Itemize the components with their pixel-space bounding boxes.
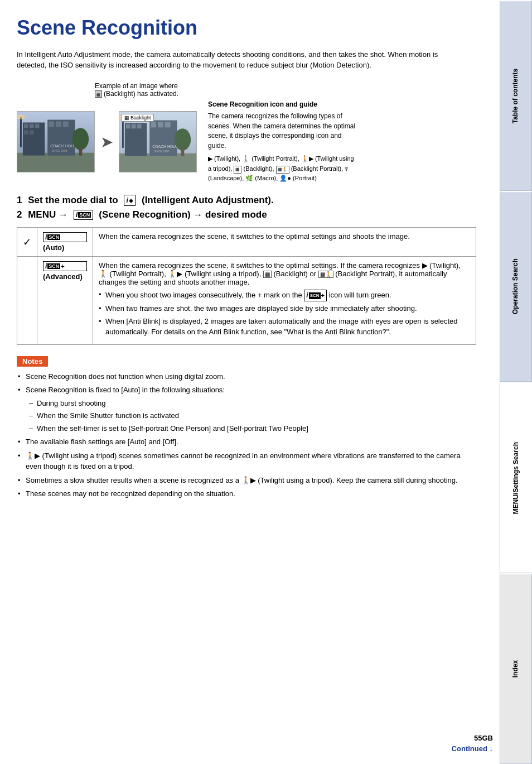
page-title: Scene Recognition (17, 17, 476, 39)
note-2-text: Scene Recognition is fixed to [Auto] in … (26, 386, 225, 394)
list-item: 🚶▶ (Twilight using a tripod) scenes some… (17, 450, 476, 472)
sidebar-tab-menu-label: MENU/Settings Search (512, 441, 521, 513)
list-item: When two frames are shot, the two images… (99, 304, 470, 314)
svg-rect-30 (122, 118, 124, 148)
icon-col-2: iSCN+ (Advanced) (37, 257, 93, 345)
backlight-icon-small: ▦ (95, 90, 102, 98)
svg-rect-1 (17, 153, 94, 172)
svg-rect-5 (35, 124, 40, 128)
step-1-line: 1 Set the mode dial to i● (Intelligent A… (17, 195, 476, 206)
desc-col-2: When the camera recognizes the scene, it… (93, 257, 476, 345)
list-item: Scene Recognition is fixed to [Auto] in … (17, 385, 476, 434)
sidebar-tab-operation[interactable]: Operation Search (500, 191, 532, 382)
svg-text:SINCE 1995: SINCE 1995 (154, 150, 170, 153)
example-label: Example of an image where ▦ (Backlight) … (95, 82, 178, 98)
svg-point-32 (175, 128, 191, 150)
backlight-badge-icon: ▦ (124, 115, 129, 121)
table-row: iSCN+ (Advanced) When the camera recogni… (17, 257, 476, 345)
svg-rect-27 (165, 122, 171, 128)
step-2-end: (Scene Recognition) → desired mode (99, 209, 267, 220)
main-content: Scene Recognition In Intelligent Auto Ad… (0, 0, 499, 519)
note-6-text: These scenes may not be recognized depen… (26, 489, 235, 498)
scene-icons-line: ▶ (Twilight), 🚶 (Twilight Portrait), 🚶▶ … (208, 154, 359, 184)
note-3-text: The available flash settings are [Auto] … (26, 438, 178, 446)
notes-section: Notes Scene Recognition does not functio… (17, 356, 476, 499)
sidebar-tab-index[interactable]: Index (500, 573, 532, 764)
sidebar-tab-menu[interactable]: MENU/Settings Search (500, 382, 532, 573)
notes-badge: Notes (17, 356, 48, 367)
check-mark-1: ✓ (23, 237, 31, 248)
steps-section: 1 Set the mode dial to i● (Intelligent A… (17, 195, 476, 220)
list-item: When the Smile Shutter function is activ… (26, 410, 476, 421)
iscn-icon: iSCN (74, 210, 93, 220)
page-number: 55GB (474, 734, 493, 742)
svg-rect-33 (181, 148, 184, 156)
sidebar-tab-toc-label: Table of contents (511, 68, 520, 123)
auto-icon-badge: iSCN (43, 232, 87, 242)
arrow-icon: ➤ (100, 133, 113, 151)
list-item: When the self-timer is set to [Self-port… (26, 423, 476, 434)
list-item: These scenes may not be recognized depen… (17, 488, 476, 499)
list-item: The available flash settings are [Auto] … (17, 436, 476, 448)
backlight-badge: ▦ Backlight (122, 114, 154, 122)
note-4-text: 🚶▶ (Twilight using a tripod) scenes some… (26, 451, 461, 471)
before-image: COACH HOUSE SINCE 1995 (17, 111, 95, 172)
svg-rect-14 (20, 117, 22, 147)
step-1-text: Set the mode dial to (25, 195, 120, 206)
notes-sub-list: During burst shooting When the Smile Shu… (26, 398, 476, 434)
advanced-bullets: When you shoot two images consecutively,… (99, 290, 470, 338)
svg-rect-4 (30, 124, 34, 128)
step-2-number: 2 (17, 209, 22, 220)
svg-rect-23 (137, 124, 142, 129)
note-5-text: Sometimes a slow shutter results when a … (26, 476, 458, 484)
settings-table: ✓ iSCN (Auto) When the camera recognizes… (17, 227, 476, 345)
svg-rect-22 (132, 124, 136, 129)
advanced-label: (Advanced) (43, 272, 87, 281)
note-1-text: Scene Recognition does not function when… (26, 372, 225, 381)
desc-col-1: When the camera recognizes the scene, it… (93, 228, 476, 257)
footer-area: 55GB Continued ↓ (452, 734, 493, 753)
ia-icon: i● (124, 195, 136, 206)
list-item: Sometimes a slow shutter results when a … (17, 475, 476, 486)
advanced-main-desc: When the camera recognizes the scene, it… (99, 261, 470, 286)
step-1-number: 1 (17, 195, 22, 206)
list-item: Scene Recognition does not function when… (17, 371, 476, 382)
svg-text:SINCE 1995: SINCE 1995 (52, 150, 67, 152)
sidebar-tab-operation-label: Operation Search (511, 259, 520, 315)
list-item: During burst shooting (26, 398, 476, 409)
step-1-end: (Intelligent Auto Adjustment). (139, 195, 273, 206)
check-col-2 (17, 257, 37, 345)
auto-description: When the camera recognizes the scene, it… (99, 232, 410, 241)
svg-point-16 (72, 128, 89, 150)
mode-name-auto: iSCN (Auto) (43, 232, 87, 252)
intro-text: In Intelligent Auto Adjustment mode, the… (17, 49, 452, 71)
svg-rect-21 (126, 124, 130, 129)
example-section: Example of an image where ▦ (Backlight) … (17, 82, 476, 184)
images-row: COACH HOUSE SINCE 1995 ➤ (17, 100, 359, 184)
backlight-badge-text: Backlight (130, 115, 151, 121)
svg-rect-6 (24, 130, 28, 134)
continued-text: Continued ↓ (452, 744, 493, 753)
sidebar-tab-index-label: Index (511, 660, 520, 677)
svg-rect-9 (49, 122, 54, 127)
svg-rect-11 (63, 122, 69, 127)
svg-rect-19 (119, 153, 196, 172)
sidebar-right: Table of contents Operation Search MENU/… (500, 0, 532, 764)
after-image: ▦ Backlight (119, 111, 197, 172)
step-2-line: 2 MENU → iSCN (Scene Recognition) → desi… (17, 209, 476, 220)
list-item: When you shoot two images consecutively,… (99, 290, 470, 301)
svg-rect-25 (151, 122, 156, 128)
sidebar-tab-toc[interactable]: Table of contents (500, 0, 532, 191)
check-col-1: ✓ (17, 228, 37, 257)
svg-rect-7 (30, 130, 34, 134)
advanced-icon-badge: iSCN+ (43, 261, 87, 271)
sr-title: Scene Recognition icon and guide (208, 100, 359, 109)
sr-desc: The camera recognizes the following type… (208, 112, 359, 151)
svg-rect-17 (79, 147, 82, 156)
icon-col-1: iSCN (Auto) (37, 228, 93, 257)
mode-name-advanced: iSCN+ (Advanced) (43, 261, 87, 281)
notes-list: Scene Recognition does not function when… (17, 371, 476, 499)
svg-rect-3 (24, 124, 28, 128)
scene-recognition-box: Scene Recognition icon and guide The cam… (208, 100, 359, 184)
auto-label: (Auto) (43, 243, 87, 252)
